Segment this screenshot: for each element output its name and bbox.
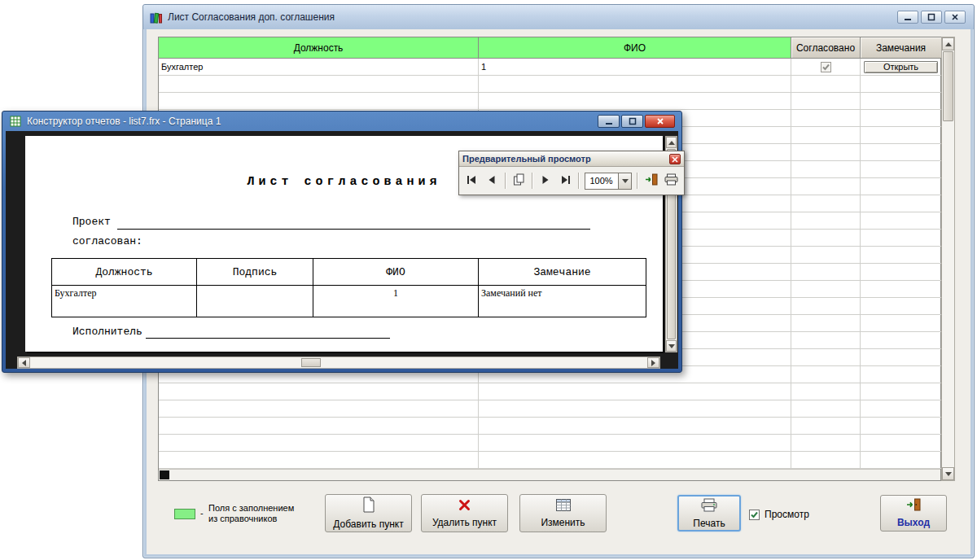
toolbar-separator bbox=[637, 173, 638, 189]
zoom-combobox[interactable]: 100% bbox=[585, 173, 632, 190]
table-row-empty[interactable] bbox=[159, 400, 940, 418]
arrow-up-icon bbox=[668, 141, 675, 145]
designer-titlebar[interactable]: Конструктор отчетов - list7.frx - Страни… bbox=[2, 112, 681, 131]
table-cell-empty bbox=[791, 93, 861, 110]
scroll-up-button[interactable] bbox=[942, 37, 954, 50]
first-page-icon bbox=[467, 173, 477, 188]
designer-close-button[interactable] bbox=[645, 115, 675, 128]
table-row-empty[interactable] bbox=[159, 435, 940, 452]
report-col-signature: Подпись bbox=[197, 259, 313, 286]
table-row-empty[interactable] bbox=[159, 93, 940, 110]
minimize-button[interactable] bbox=[897, 11, 918, 24]
table-cell-empty bbox=[861, 161, 942, 178]
designer-minimize-button[interactable] bbox=[598, 115, 620, 128]
column-header-position[interactable]: Должность bbox=[159, 37, 479, 59]
table-row-empty[interactable] bbox=[159, 418, 940, 435]
grid-vertical-scrollbar[interactable] bbox=[941, 37, 955, 481]
scroll-down-button[interactable] bbox=[942, 467, 954, 480]
add-item-button[interactable]: Добавить пункт bbox=[325, 494, 412, 532]
table-cell-empty bbox=[159, 76, 479, 93]
designer-hscroll-thumb[interactable] bbox=[301, 358, 321, 367]
table-cell-empty bbox=[861, 93, 942, 110]
table-cell-empty bbox=[791, 195, 861, 212]
delete-item-label: Удалить пункт bbox=[432, 517, 497, 528]
designer-horizontal-scrollbar[interactable] bbox=[17, 357, 660, 369]
table-row-empty[interactable] bbox=[159, 76, 940, 93]
table-cell-empty bbox=[791, 418, 861, 435]
grid-hscroll-thumb[interactable] bbox=[160, 470, 169, 479]
main-window-titlebar[interactable]: Лист Согласования доп. соглашения bbox=[143, 5, 974, 29]
maximize-button[interactable] bbox=[921, 11, 942, 24]
table-cell-empty bbox=[159, 418, 479, 435]
table-row[interactable]: Бухгалтер 1 Открыть bbox=[159, 59, 940, 76]
column-header-agreed[interactable]: Согласовано bbox=[791, 37, 861, 59]
report-col-position: Должность bbox=[52, 259, 197, 286]
table-row-empty[interactable] bbox=[159, 383, 940, 400]
preview-close-button[interactable] bbox=[669, 154, 681, 164]
table-cell-empty bbox=[791, 161, 861, 178]
add-item-label: Добавить пункт bbox=[333, 518, 403, 530]
preview-checkbox-label[interactable]: Просмотр bbox=[765, 509, 809, 520]
close-icon bbox=[656, 114, 664, 129]
grid-horizontal-scrollbar[interactable] bbox=[159, 469, 940, 480]
table-cell-empty bbox=[861, 435, 942, 452]
print-button[interactable]: Печать bbox=[677, 495, 741, 532]
next-page-button[interactable] bbox=[537, 171, 555, 190]
table-cell-empty bbox=[159, 93, 479, 110]
scroll-right-button[interactable] bbox=[647, 357, 659, 368]
scroll-up-button[interactable] bbox=[666, 137, 677, 148]
table-cell-empty bbox=[479, 418, 791, 435]
table-cell-empty bbox=[861, 178, 942, 195]
zoom-value[interactable]: 100% bbox=[585, 173, 618, 189]
table-cell-empty bbox=[861, 452, 942, 469]
table-cell-empty bbox=[791, 452, 861, 469]
table-cell-empty bbox=[791, 435, 861, 452]
table-cell-empty bbox=[159, 383, 479, 400]
previous-page-button[interactable] bbox=[482, 171, 501, 190]
arrow-up-icon bbox=[945, 42, 952, 46]
grid-vscroll-thumb[interactable] bbox=[943, 51, 953, 121]
table-cell-empty bbox=[861, 298, 942, 315]
column-header-notes[interactable]: Замечания bbox=[861, 37, 942, 59]
project-underline bbox=[117, 229, 590, 230]
table-row-empty[interactable] bbox=[159, 452, 940, 469]
exit-button[interactable]: Выход bbox=[880, 495, 947, 532]
column-header-fio[interactable]: ФИО bbox=[479, 37, 791, 59]
printer-icon bbox=[701, 498, 717, 514]
cell-fio[interactable]: 1 bbox=[479, 59, 791, 76]
minimize-icon bbox=[605, 114, 613, 129]
last-page-button[interactable] bbox=[556, 171, 575, 190]
table-cell-empty bbox=[159, 435, 479, 452]
next-page-icon bbox=[541, 173, 550, 188]
table-cell-empty bbox=[159, 400, 479, 418]
first-page-button[interactable] bbox=[462, 171, 481, 190]
edit-item-button[interactable]: Изменить bbox=[519, 494, 607, 532]
table-cell-empty bbox=[791, 366, 861, 383]
cell-position[interactable]: Бухгалтер bbox=[159, 59, 479, 76]
preview-toolbar-titlebar[interactable]: Предварительный просмотр bbox=[459, 151, 684, 167]
table-cell-empty bbox=[791, 230, 861, 247]
zoom-dropdown-button[interactable] bbox=[618, 173, 631, 189]
close-icon bbox=[672, 151, 678, 166]
designer-maximize-button[interactable] bbox=[621, 115, 643, 128]
delete-item-button[interactable]: Удалить пункт bbox=[421, 494, 508, 532]
scroll-left-button[interactable] bbox=[18, 357, 30, 368]
printer-icon bbox=[664, 173, 678, 189]
print-report-button[interactable] bbox=[662, 171, 681, 190]
close-button[interactable] bbox=[944, 11, 966, 24]
edit-item-label: Изменить bbox=[541, 517, 585, 528]
table-cell-empty bbox=[791, 298, 861, 315]
agreed-checkbox[interactable] bbox=[821, 62, 831, 72]
preview-toolbar-title: Предварительный просмотр bbox=[462, 154, 591, 164]
preview-checkbox[interactable] bbox=[749, 510, 760, 520]
close-preview-button[interactable] bbox=[642, 171, 660, 190]
table-cell-empty bbox=[861, 315, 942, 332]
scroll-down-button[interactable] bbox=[666, 340, 677, 352]
pages-button[interactable] bbox=[510, 171, 528, 190]
executor-label: Исполнитель bbox=[72, 326, 142, 338]
arrow-down-icon bbox=[945, 472, 952, 476]
table-cell-empty bbox=[791, 76, 861, 93]
table-cell-empty bbox=[861, 366, 942, 383]
toolbar-separator bbox=[505, 173, 506, 189]
open-note-button[interactable]: Открыть bbox=[864, 61, 938, 73]
